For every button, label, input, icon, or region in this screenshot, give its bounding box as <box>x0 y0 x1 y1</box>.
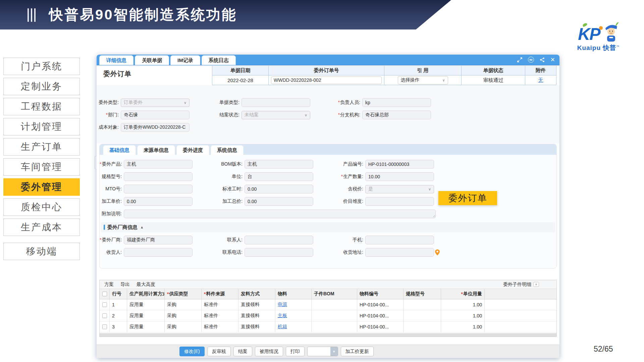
action-button[interactable]: 反审核 <box>207 347 231 356</box>
field-select[interactable]: 未结案∨ <box>241 111 310 119</box>
grid-row: 1应用量采购标准件直接领料电源HP-0104-00...1.00 <box>100 299 556 310</box>
grid-cell: 应用量 <box>127 321 165 332</box>
fullscreen-icon[interactable] <box>517 57 522 62</box>
attachment-link[interactable]: 无 <box>538 77 543 83</box>
field-input[interactable] <box>245 236 313 244</box>
sidebar-item[interactable]: 工程数据 <box>3 98 80 115</box>
field-input[interactable] <box>365 172 434 181</box>
field-input[interactable] <box>365 197 434 206</box>
grid-cell: 应用量 <box>127 310 165 321</box>
window-tab[interactable]: IM记录 <box>170 55 200 65</box>
field-input[interactable] <box>245 172 313 181</box>
window-tab[interactable]: 关联单据 <box>135 55 169 65</box>
sidebar-item[interactable]: 质检中心 <box>3 198 80 216</box>
window-tab[interactable]: 系统日志 <box>202 55 236 65</box>
reference-select[interactable]: 选择操作∨ <box>398 76 448 84</box>
field-select[interactable]: 是∨ <box>365 185 434 193</box>
form-field: 含税价:是∨ <box>313 185 434 193</box>
grid-toolbar-button[interactable]: 方案 <box>104 282 114 288</box>
sidebar-item[interactable]: 生产订单 <box>3 138 80 156</box>
field-input[interactable] <box>365 248 434 257</box>
action-button[interactable]: 结案 <box>233 347 252 356</box>
field-input[interactable] <box>124 236 193 244</box>
field-input[interactable] <box>245 185 313 193</box>
field-label: 手机: <box>313 237 365 243</box>
field-input[interactable] <box>121 111 190 119</box>
close-icon[interactable]: ✕ <box>550 57 555 63</box>
form-field: 结案状态:未结案∨ <box>190 111 310 119</box>
sidebar-item[interactable]: 委外管理 <box>3 178 80 196</box>
field-select[interactable]: 订单委外∨ <box>121 99 190 107</box>
horizontal-scrollbar[interactable] <box>100 333 556 337</box>
sidebar-item[interactable]: 移动端 <box>3 243 80 260</box>
action-button[interactable]: 修改(E) <box>179 347 205 356</box>
grid-row: 2应用量采购标准件直接领料主板HP-0104-00...1.00 <box>100 310 556 321</box>
grid-toolbar-button[interactable]: 最大高度 <box>137 282 155 288</box>
field-input[interactable] <box>241 98 310 107</box>
sidebar-item[interactable]: 计划管理 <box>3 118 80 135</box>
field-input[interactable] <box>365 160 434 169</box>
action-button[interactable]: 打印 <box>286 347 305 356</box>
window-tab[interactable]: 详细信息 <box>99 55 133 65</box>
detail-tab[interactable]: 基础信息 <box>103 145 136 155</box>
grid-cell: 采购 <box>165 310 202 321</box>
field-input[interactable] <box>245 160 313 169</box>
field-label: *生产数量: <box>313 174 365 180</box>
field-input[interactable] <box>124 248 193 257</box>
field-input[interactable] <box>245 248 313 257</box>
material-link[interactable]: 主板 <box>278 313 287 319</box>
field-input[interactable] <box>362 111 431 119</box>
panel-handle[interactable] <box>95 156 97 169</box>
field-input[interactable] <box>245 197 313 206</box>
action-button[interactable]: 被用情况 <box>255 347 283 356</box>
row-checkbox[interactable] <box>102 324 107 329</box>
vendor-section-header[interactable]: 委外厂商信息 ∧ <box>101 222 555 232</box>
order-main-fields: 委外类型:订单委外∨单据类型:*负责人员:*部门:结案状态:未结案∨*分支机构:… <box>97 85 559 143</box>
field-label: 联系人: <box>193 237 245 243</box>
sidebar-item[interactable]: 车间管理 <box>3 158 80 176</box>
grid-cell: 1.00 <box>441 310 485 321</box>
field-label: 加工单价: <box>100 198 124 204</box>
field-input[interactable] <box>121 123 190 132</box>
im-icon[interactable]: IM <box>528 57 534 63</box>
share-icon[interactable] <box>540 57 545 62</box>
grid-toolbar-button[interactable]: 导出 <box>120 282 130 288</box>
detail-tab[interactable]: 系统信息 <box>211 145 244 155</box>
sidebar-item[interactable]: 定制业务 <box>3 78 80 95</box>
field-label: 产品编号: <box>313 161 365 167</box>
form-field: *部门: <box>97 111 190 119</box>
field-input[interactable] <box>124 172 193 181</box>
form-field: 标准工时: <box>193 185 313 193</box>
sidebar-item[interactable]: 生产成本 <box>3 219 80 236</box>
location-pin-icon[interactable] <box>435 249 440 255</box>
field-input[interactable] <box>124 160 193 169</box>
brand-text: Kuaipu 快普™ <box>561 44 635 52</box>
grid-column-header: 行号 <box>110 289 127 299</box>
detail-tab[interactable]: 委外进度 <box>176 145 209 155</box>
row-checkbox[interactable] <box>102 302 107 307</box>
material-link[interactable]: 电源 <box>278 302 287 308</box>
header-column-label: 单据日期 <box>212 66 269 75</box>
field-label: *负责人员: <box>310 100 362 106</box>
field-input[interactable] <box>124 185 193 193</box>
sidebar-item[interactable]: 门户系统 <box>3 58 80 75</box>
detail-panel: 基础信息来源单信息委外进度系统信息 *委外产品:BOM版本:产品编号:规格型号:… <box>99 144 557 268</box>
field-input[interactable] <box>362 98 431 107</box>
detail-tab[interactable]: 来源单信息 <box>137 145 175 155</box>
row-checkbox[interactable] <box>102 313 107 318</box>
grid-cell: 直接领料 <box>238 310 275 321</box>
select-all-checkbox[interactable] <box>102 292 107 296</box>
order-no-input[interactable] <box>271 76 382 84</box>
field-input[interactable] <box>124 209 436 218</box>
outsourcing-order-window: 详细信息关联单据IM记录系统日志 IM ✕ 委外订单 单据日期委外订单号引 用单… <box>97 55 559 358</box>
collapse-grid-button[interactable]: ∧ <box>533 282 539 287</box>
material-link[interactable]: 机箱 <box>278 324 287 330</box>
field-input[interactable] <box>365 236 434 244</box>
grid-cell <box>404 299 441 310</box>
action-button[interactable]: 加工价更新 <box>341 347 374 356</box>
print-template-select[interactable]: ▼ <box>307 347 338 356</box>
form-field: 收货地址: <box>313 248 440 257</box>
field-input[interactable] <box>124 197 193 206</box>
grid-cell: 应用量 <box>127 299 165 310</box>
grid-column-header: *供应类型 <box>165 289 202 299</box>
